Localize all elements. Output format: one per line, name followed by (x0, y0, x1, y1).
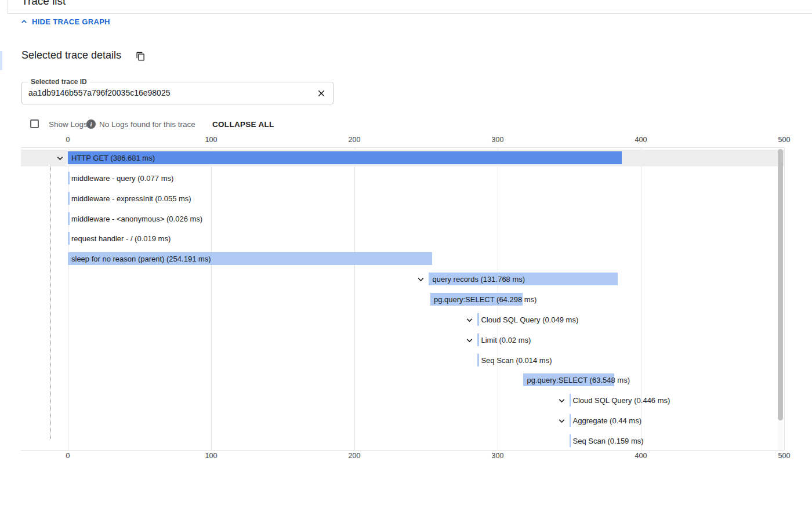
trace-row[interactable]: sleep for no reason (parent) (254.191 ms… (21, 251, 784, 267)
info-icon[interactable]: i (86, 119, 96, 129)
trace-id-field-value[interactable]: aa1db9146b557a796f20035c16e98025 (28, 82, 170, 104)
collapse-all-button[interactable]: COLLAPSE ALL (212, 120, 274, 129)
span-label: middleware - expressInit (0.055 ms) (71, 190, 191, 207)
expand-chevron-icon[interactable] (55, 153, 65, 163)
axis-tick-label: 200 (349, 136, 361, 144)
expand-chevron-icon[interactable] (557, 416, 567, 426)
selected-list-item-edge (0, 51, 2, 70)
selected-trace-id-field[interactable]: Selected trace ID aa1db9146b557a796f2003… (21, 82, 334, 104)
trace-row[interactable]: Aggregate (0.44 ms) (21, 412, 784, 429)
span-bar[interactable] (68, 232, 70, 245)
expand-chevron-icon[interactable] (465, 335, 474, 345)
axis-tick-label: 100 (205, 452, 217, 460)
span-label: middleware - <anonymous> (0.026 ms) (71, 210, 202, 227)
panel-edge-divider (8, 0, 8, 13)
expand-chevron-icon[interactable] (465, 315, 474, 325)
trace-row[interactable]: middleware - expressInit (0.055 ms) (21, 190, 784, 207)
span-label: sleep for no reason (parent) (254.191 ms… (71, 251, 211, 267)
span-label: middleware - query (0.077 ms) (71, 170, 173, 187)
span-label: Aggregate (0.44 ms) (573, 412, 642, 429)
section-heading: Selected trace details (21, 49, 121, 61)
trace-row[interactable]: Limit (0.02 ms) (21, 332, 784, 349)
trace-row[interactable]: query records (131.768 ms) (21, 271, 784, 288)
trace-panel: Trace list HIDE TRACE GRAPH Selected tra… (0, 0, 812, 519)
axis-tick-label: 0 (66, 136, 70, 144)
axis-tick-label: 500 (778, 452, 791, 460)
hide-trace-graph-label: HIDE TRACE GRAPH (32, 17, 110, 26)
axis-tick-label: 500 (778, 136, 791, 144)
show-logs-checkbox[interactable] (30, 119, 39, 128)
span-label: HTTP GET (386.681 ms) (71, 150, 155, 166)
axis-tick-label: 400 (635, 452, 647, 460)
header-divider (8, 13, 812, 14)
trace-row[interactable]: Seq Scan (0.014 ms) (21, 352, 784, 369)
axis-tick-label: 300 (492, 136, 504, 144)
trace-row[interactable]: Seq Scan (0.159 ms) (21, 433, 784, 449)
trace-row[interactable]: Cloud SQL Query (0.049 ms) (21, 311, 784, 328)
span-bar[interactable] (68, 212, 70, 225)
show-logs-label: Show Logs (49, 120, 88, 129)
span-bar[interactable] (570, 394, 571, 407)
axis-tick-label: 300 (492, 452, 504, 460)
chevron-up-icon (20, 17, 28, 26)
span-label: pg.query:SELECT (64.298 ms) (434, 291, 537, 308)
trace-row[interactable]: request handler - / (0.019 ms) (21, 230, 784, 247)
span-bar[interactable] (68, 192, 70, 205)
gridline (784, 148, 785, 450)
span-label: pg.query:SELECT (63.548 ms) (527, 372, 630, 389)
span-bar[interactable] (477, 333, 479, 346)
span-label: Limit (0.02 ms) (481, 332, 531, 349)
axis-tick-label: 0 (66, 452, 70, 460)
span-label: Cloud SQL Query (0.049 ms) (481, 311, 578, 328)
span-label: Seq Scan (0.014 ms) (481, 352, 552, 369)
no-logs-message: No Logs found for this trace (99, 120, 195, 129)
clear-icon[interactable] (316, 88, 327, 99)
axis-tick-label: 200 (349, 452, 361, 460)
trace-row[interactable]: middleware - query (0.077 ms) (21, 170, 784, 187)
axis-tick-label: 100 (205, 136, 217, 144)
span-label: request handler - / (0.019 ms) (71, 230, 171, 247)
chart-scrollbar[interactable] (778, 148, 783, 450)
trace-waterfall-chart: HTTP GET (386.681 ms)middleware - query … (21, 147, 784, 451)
span-bar[interactable] (477, 354, 479, 366)
expand-chevron-icon[interactable] (557, 395, 567, 405)
trace-row[interactable]: pg.query:SELECT (63.548 ms) (21, 372, 784, 389)
expand-chevron-icon[interactable] (416, 274, 426, 284)
scrollbar-thumb[interactable] (778, 149, 783, 420)
copy-icon[interactable] (136, 51, 146, 64)
span-label: Seq Scan (0.159 ms) (573, 433, 644, 449)
trace-row[interactable]: pg.query:SELECT (64.298 ms) (21, 291, 784, 308)
page-title: Trace list (21, 0, 66, 8)
timeline-axis-bottom: 0100200300400500 (21, 452, 784, 460)
trace-row[interactable]: middleware - <anonymous> (0.026 ms) (21, 210, 784, 227)
trace-row[interactable]: HTTP GET (386.681 ms) (21, 150, 784, 166)
axis-tick-label: 400 (635, 136, 647, 144)
trace-row[interactable]: Cloud SQL Query (0.446 ms) (21, 392, 784, 409)
span-label: Cloud SQL Query (0.446 ms) (573, 392, 670, 409)
span-bar[interactable] (477, 313, 479, 326)
span-bar[interactable] (570, 434, 571, 447)
span-label: query records (131.768 ms) (432, 271, 525, 288)
span-bar[interactable] (570, 414, 571, 427)
span-bar[interactable] (68, 172, 70, 184)
hide-trace-graph-button[interactable]: HIDE TRACE GRAPH (20, 17, 110, 26)
span-tree-connector (50, 165, 51, 439)
timeline-axis-top: 0100200300400500 (21, 136, 784, 144)
